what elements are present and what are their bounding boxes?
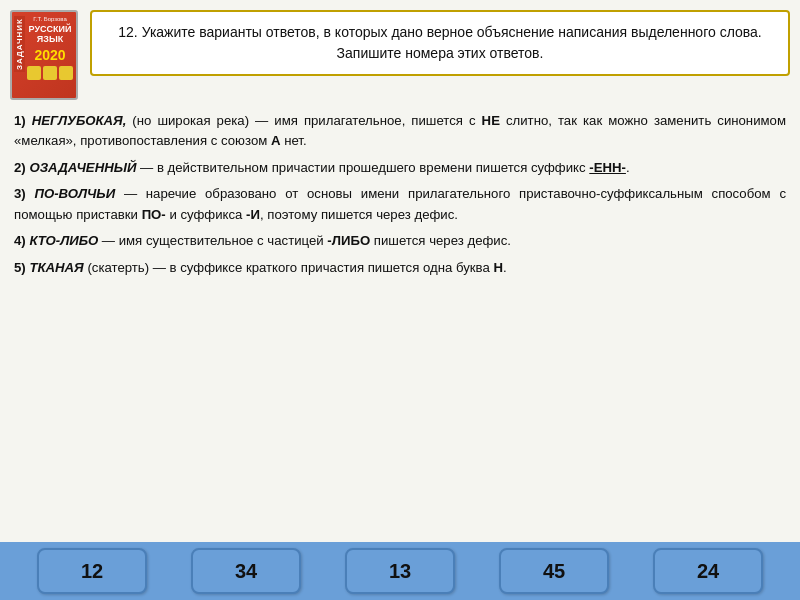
- answer-word-4: КТО-ЛИБО: [29, 233, 98, 248]
- answer-item-3: 3) ПО-ВОЛЧЬИ — наречие образовано от осн…: [14, 184, 786, 225]
- answer-text-3: — наречие образовано от основы имени при…: [14, 186, 786, 221]
- book-year: 2020: [34, 47, 65, 63]
- question-text: 12. Укажите варианты ответов, в которых …: [106, 22, 774, 64]
- answer-btn-4[interactable]: 45: [499, 548, 609, 594]
- question-box: 12. Укажите варианты ответов, в которых …: [90, 10, 790, 76]
- book-cover: ЗАДАЧНИК Г.Т. Борзова РУССКИЙ ЯЗЫК 2020: [10, 10, 78, 100]
- question-label: 12. Укажите варианты ответов, в которых …: [118, 24, 761, 61]
- btn-label-3: 13: [389, 560, 411, 583]
- answer-word-1: НЕГЛУБОКАЯ,: [32, 113, 127, 128]
- answer-num-4: 4): [14, 233, 29, 248]
- btn-label-5: 24: [697, 560, 719, 583]
- book-icon-1: [27, 66, 41, 80]
- main-container: ЗАДАЧНИК Г.Т. Борзова РУССКИЙ ЯЗЫК 2020 …: [0, 0, 800, 600]
- book-icon-3: [59, 66, 73, 80]
- book-subject: РУССКИЙ ЯЗЫК: [26, 24, 74, 44]
- book-inner: Г.Т. Борзова РУССКИЙ ЯЗЫК 2020: [26, 16, 74, 80]
- answer-text-5: (скатерть) — в суффиксе краткого причаст…: [84, 260, 507, 275]
- bottom-bar: 12 34 13 45 24: [0, 542, 800, 600]
- answer-word-5: ТКАНАЯ: [29, 260, 83, 275]
- answer-btn-2[interactable]: 34: [191, 548, 301, 594]
- answer-text-1: (но широкая река) — имя прилагательное, …: [14, 113, 786, 148]
- answer-text-4: — имя существительное с частицей -ЛИБО п…: [98, 233, 511, 248]
- answer-word-3: ПО-ВОЛЧЬИ: [34, 186, 115, 201]
- answer-num-5: 5): [14, 260, 29, 275]
- btn-label-4: 45: [543, 560, 565, 583]
- answer-num-1: 1): [14, 113, 32, 128]
- btn-label-2: 34: [235, 560, 257, 583]
- book-icon-2: [43, 66, 57, 80]
- answer-num-3: 3): [14, 186, 34, 201]
- answer-text-2: — в действительном причастии прошедшего …: [136, 160, 629, 175]
- answer-btn-1[interactable]: 12: [37, 548, 147, 594]
- book-icons: [27, 66, 73, 80]
- content-area: 1) НЕГЛУБОКАЯ, (но широкая река) — имя п…: [0, 105, 800, 542]
- answer-item-2: 2) ОЗАДАЧЕННЫЙ — в действительном причас…: [14, 158, 786, 178]
- answer-word-2: ОЗАДАЧЕННЫЙ: [29, 160, 136, 175]
- btn-label-1: 12: [81, 560, 103, 583]
- answer-btn-5[interactable]: 24: [653, 548, 763, 594]
- answer-btn-3[interactable]: 13: [345, 548, 455, 594]
- answer-num-2: 2): [14, 160, 29, 175]
- book-author: Г.Т. Борзова: [33, 16, 67, 22]
- answer-item-4: 4) КТО-ЛИБО — имя существительное с част…: [14, 231, 786, 251]
- book-label: ЗАДАЧНИК: [14, 16, 25, 72]
- header-row: ЗАДАЧНИК Г.Т. Борзова РУССКИЙ ЯЗЫК 2020 …: [0, 0, 800, 105]
- answer-item-1: 1) НЕГЛУБОКАЯ, (но широкая река) — имя п…: [14, 111, 786, 152]
- answer-item-5: 5) ТКАНАЯ (скатерть) — в суффиксе кратко…: [14, 258, 786, 278]
